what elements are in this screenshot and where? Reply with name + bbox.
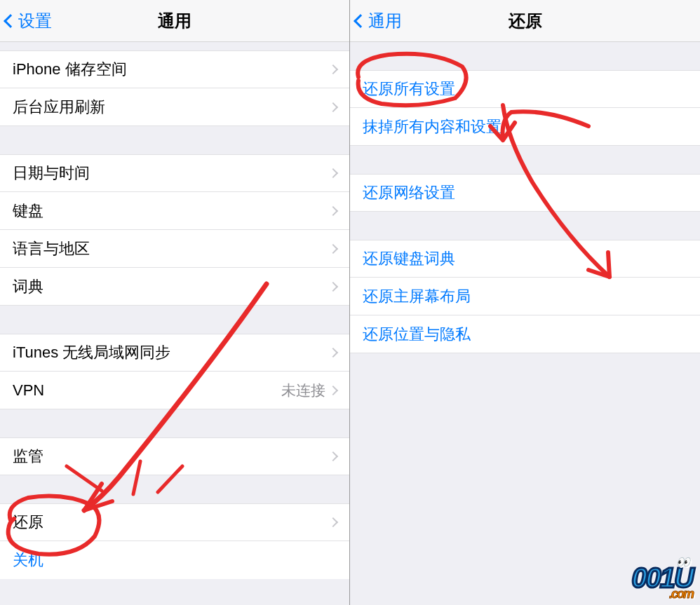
row-label: 日期与时间: [13, 163, 330, 184]
row-keyboard[interactable]: 键盘: [0, 192, 349, 230]
spacer: [0, 42, 349, 50]
watermark-eyes-icon: 👀: [676, 555, 689, 569]
chevron-left-icon: [4, 14, 18, 28]
row-background-refresh[interactable]: 后台应用刷新: [0, 88, 349, 126]
nav-back-general[interactable]: 通用: [350, 10, 402, 32]
row-supervision[interactable]: 监管: [0, 437, 349, 475]
nav-title-reset: 还原: [350, 10, 700, 32]
row-label: iTunes 无线局域网同步: [13, 342, 330, 363]
row-reset-location-privacy[interactable]: 还原位置与隐私: [350, 315, 700, 353]
nav-back-label: 设置: [18, 10, 52, 32]
row-label: 后台应用刷新: [13, 97, 330, 118]
row-reset-keyboard-dict[interactable]: 还原键盘词典: [350, 240, 700, 278]
row-itunes-wifi-sync[interactable]: iTunes 无线局域网同步: [0, 334, 349, 372]
row-label: 抹掉所有内容和设置: [363, 116, 687, 137]
spacer: [0, 306, 349, 334]
spacer: [0, 126, 349, 154]
nav-title-general: 通用: [0, 10, 349, 32]
spacer: [0, 475, 349, 503]
watermark-logo: 👀 001U .com: [631, 562, 693, 601]
row-label: 监管: [13, 446, 330, 467]
chevron-right-icon: [328, 243, 338, 253]
row-reset-network[interactable]: 还原网络设置: [350, 174, 700, 212]
row-label: 还原网络设置: [363, 182, 687, 203]
row-reset-home-layout[interactable]: 还原主屏幕布局: [350, 278, 700, 315]
row-dictionary[interactable]: 词典: [0, 268, 349, 306]
nav-back-settings[interactable]: 设置: [0, 10, 52, 32]
row-date-time[interactable]: 日期与时间: [0, 154, 349, 192]
row-shutdown[interactable]: 关机: [0, 541, 349, 579]
row-label: 词典: [13, 276, 330, 297]
row-value: 未连接: [281, 381, 325, 400]
spacer: [350, 212, 700, 240]
spacer: [0, 409, 349, 437]
settings-general-panel: 设置 通用 iPhone 储存空间 后台应用刷新 日期与时间 键盘 语言与地区 …: [0, 0, 350, 605]
row-erase-all-content[interactable]: 抹掉所有内容和设置: [350, 108, 700, 146]
shutdown-label: 关机: [13, 550, 43, 571]
row-vpn[interactable]: VPN 未连接: [0, 372, 349, 409]
chevron-right-icon: [328, 281, 338, 291]
row-language-region[interactable]: 语言与地区: [0, 230, 349, 268]
reset-panel: 通用 还原 还原所有设置 抹掉所有内容和设置 还原网络设置 还原键盘词典 还原主…: [350, 0, 700, 605]
chevron-right-icon: [328, 102, 338, 111]
nav-bar-right: 通用 还原: [350, 0, 700, 42]
row-label: 还原位置与隐私: [363, 324, 687, 345]
row-label: 语言与地区: [13, 238, 330, 259]
row-label: iPhone 储存空间: [13, 59, 330, 80]
row-label: 还原键盘词典: [363, 248, 687, 269]
spacer: [350, 146, 700, 174]
chevron-right-icon: [328, 168, 338, 178]
nav-back-label: 通用: [368, 10, 402, 32]
row-label: VPN: [13, 381, 281, 400]
spacer: [350, 42, 700, 70]
chevron-right-icon: [328, 348, 338, 358]
row-reset-all-settings[interactable]: 还原所有设置: [350, 70, 700, 108]
nav-bar-left: 设置 通用: [0, 0, 349, 42]
row-label: 键盘: [13, 200, 330, 222]
chevron-right-icon: [328, 451, 338, 461]
row-reset[interactable]: 还原: [0, 503, 349, 541]
row-iphone-storage[interactable]: iPhone 储存空间: [0, 50, 349, 88]
chevron-left-icon: [354, 14, 368, 28]
chevron-right-icon: [328, 385, 338, 395]
chevron-right-icon: [328, 64, 338, 74]
row-label: 还原所有设置: [363, 79, 687, 100]
row-label: 还原: [13, 512, 330, 533]
row-label: 还原主屏幕布局: [363, 286, 687, 307]
chevron-right-icon: [328, 517, 338, 527]
chevron-right-icon: [328, 205, 338, 215]
